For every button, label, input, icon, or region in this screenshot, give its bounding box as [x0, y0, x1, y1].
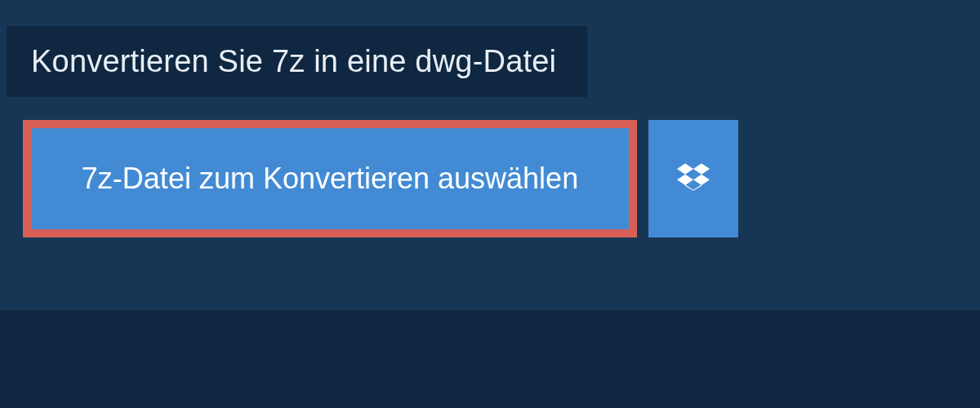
dropbox-icon	[677, 161, 710, 197]
title-bar: Konvertieren Sie 7z in eine dwg-Datei	[7, 26, 587, 97]
select-file-label: 7z-Datei zum Konvertieren auswählen	[82, 162, 578, 196]
select-file-button[interactable]: 7z-Datei zum Konvertieren auswählen	[23, 120, 637, 237]
dropbox-button[interactable]	[648, 120, 738, 237]
bottom-panel	[0, 310, 980, 408]
page-title: Konvertieren Sie 7z in eine dwg-Datei	[31, 44, 556, 79]
action-row: 7z-Datei zum Konvertieren auswählen	[23, 120, 980, 237]
